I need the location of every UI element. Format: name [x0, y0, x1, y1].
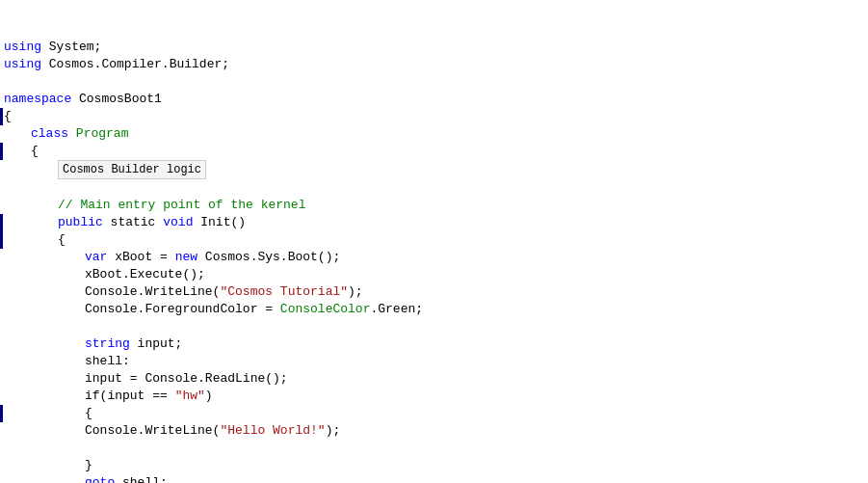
token: input;: [130, 335, 183, 353]
token: xBoot =: [107, 249, 174, 266]
token: Console: [145, 370, 197, 388]
token: "hw": [175, 388, 205, 405]
code-line: // Main entry point of the kernel: [0, 197, 868, 214]
token: static: [103, 214, 163, 231]
token: .ForegroundColor =: [138, 301, 280, 318]
token: .WriteLine(: [138, 422, 221, 440]
token: {: [4, 108, 12, 125]
code-line: shell:: [0, 353, 868, 370]
token: ConsoleColor: [280, 301, 371, 318]
token: "Cosmos Tutorial": [220, 283, 348, 301]
code-line: [0, 440, 868, 457]
token: xBoot.Execute();: [85, 266, 205, 283]
token: if(input ==: [85, 388, 175, 405]
code-line: Console.ForegroundColor = ConsoleColor.G…: [0, 301, 868, 318]
code-line: using Cosmos.Compiler.Builder;: [0, 56, 868, 73]
code-line: [0, 73, 868, 91]
token: void: [163, 214, 193, 231]
token: Console: [85, 301, 138, 318]
code-line: goto shell;: [0, 474, 868, 483]
code-line: Cosmos Builder logic: [0, 160, 868, 179]
code-line: if(input == "hw"): [0, 388, 868, 405]
token: Program: [76, 125, 129, 143]
code-editor: using System;using Cosmos.Compiler.Build…: [0, 0, 868, 483]
code-line: [0, 179, 868, 197]
code-line: var xBoot = new Cosmos.Sys.Boot();: [0, 249, 868, 266]
code-line: {: [0, 231, 868, 249]
token: namespace: [4, 91, 71, 108]
token: goto: [85, 474, 115, 483]
gutter-indicator: [0, 231, 3, 249]
gutter-indicator: [0, 108, 3, 125]
token: .ReadLine();: [197, 370, 288, 388]
token: [68, 125, 76, 143]
token: shell:: [85, 353, 130, 370]
token: }: [85, 457, 92, 474]
code-line: Console.WriteLine("Cosmos Tutorial");: [0, 283, 868, 301]
token: CosmosBoot1: [71, 91, 162, 108]
code-line: }: [0, 457, 868, 474]
token: ): [205, 388, 213, 405]
token: Console: [85, 283, 138, 301]
code-line: {: [0, 405, 868, 422]
token: new: [175, 249, 197, 266]
token: using: [4, 39, 41, 56]
code-line: {: [0, 108, 868, 125]
code-line: xBoot.Execute();: [0, 266, 868, 283]
token: class: [31, 125, 68, 143]
token: using: [4, 56, 41, 73]
token: .Green;: [370, 301, 423, 318]
token: Cosmos.Sys.Boot();: [197, 249, 340, 266]
code-line: [0, 318, 868, 335]
collapsed-region[interactable]: Cosmos Builder logic: [58, 160, 206, 179]
code-line: using System;: [0, 39, 868, 56]
token: "Hello World!": [220, 422, 325, 440]
token: {: [58, 231, 66, 249]
token: var: [85, 249, 107, 266]
gutter-indicator: [0, 405, 3, 422]
code-line: input = Console.ReadLine();: [0, 370, 868, 388]
gutter-indicator: [0, 143, 3, 160]
token: public: [58, 214, 103, 231]
token: input =: [85, 370, 145, 388]
token: // Main entry point of the kernel: [58, 197, 305, 214]
token: {: [85, 405, 92, 422]
code-line: namespace CosmosBoot1: [0, 91, 868, 108]
code-line: public static void Init(): [0, 214, 868, 231]
code-line: Console.WriteLine("Hello World!");: [0, 422, 868, 440]
token: shell;: [115, 474, 168, 483]
code-line: string input;: [0, 335, 868, 353]
token: Init(): [193, 214, 246, 231]
code-line: {: [0, 143, 868, 160]
code-line: class Program: [0, 125, 868, 143]
token: string: [85, 335, 130, 353]
token: );: [348, 283, 363, 301]
gutter-indicator: [0, 214, 3, 231]
token: {: [31, 143, 39, 160]
token: );: [326, 422, 341, 440]
token: System;: [41, 39, 101, 56]
token: Console: [85, 422, 138, 440]
token: Cosmos.Compiler.Builder;: [41, 56, 229, 73]
token: .WriteLine(: [138, 283, 221, 301]
